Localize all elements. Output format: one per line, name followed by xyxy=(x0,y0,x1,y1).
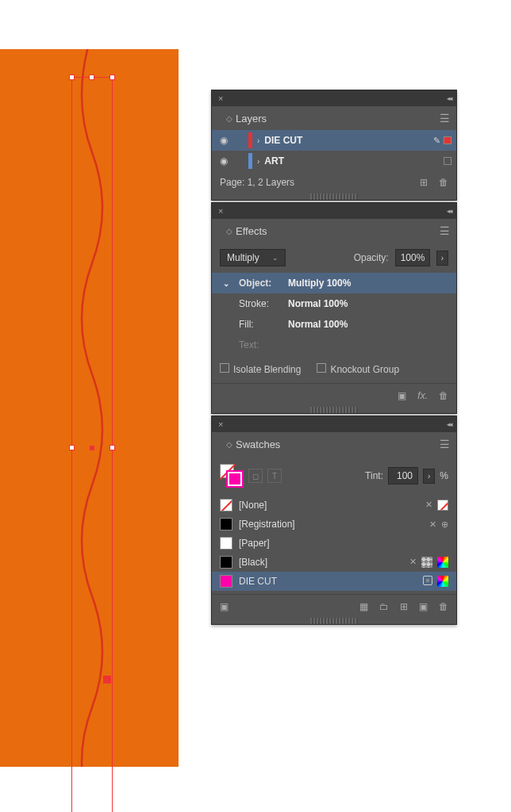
swatch-name: [Registration] xyxy=(239,519,295,530)
blend-mode-select[interactable]: Multiply ⌄ xyxy=(220,249,286,266)
stroke-swatch[interactable] xyxy=(228,472,242,486)
swatch-chip xyxy=(220,518,232,530)
opacity-spinner[interactable]: › xyxy=(436,251,448,266)
effect-label: Stroke: xyxy=(239,298,282,309)
layers-panel: × ◂◂ ◇ Layers ☰ ◉ › DIE CUT ✎ ◉ xyxy=(211,90,457,201)
swatch-row-none[interactable]: [None] ✕ xyxy=(212,496,456,515)
effect-label: Object: xyxy=(239,278,282,289)
visibility-icon[interactable]: ◉ xyxy=(217,155,231,167)
collapse-icon[interactable]: ◂◂ xyxy=(447,420,451,428)
swatch-name: [Black] xyxy=(239,557,267,568)
canvas-artboard[interactable] xyxy=(0,49,179,767)
knockout-group-checkbox[interactable]: Knockout Group xyxy=(317,363,399,375)
close-icon[interactable]: × xyxy=(215,94,226,103)
cmyk-icon xyxy=(437,576,448,587)
collapse-icon[interactable]: ◂◂ xyxy=(447,94,451,102)
panel-titlebar[interactable]: × ◂◂ xyxy=(212,90,456,106)
layer-row-art[interactable]: ◉ › ART xyxy=(212,151,456,171)
resize-grip[interactable] xyxy=(310,407,358,413)
close-icon[interactable]: × xyxy=(215,206,226,216)
panel-menu-icon[interactable]: ☰ xyxy=(440,112,450,124)
layer-name: ART xyxy=(264,155,440,167)
swatch-chip xyxy=(220,537,232,550)
close-icon[interactable]: × xyxy=(215,419,226,429)
layer-color-bar xyxy=(248,153,252,169)
trash-icon[interactable]: 🗑 xyxy=(439,177,448,188)
anchor-point[interactable] xyxy=(103,676,111,684)
panel-menu-icon[interactable]: ☰ xyxy=(440,438,450,450)
swatch-chip xyxy=(220,575,232,588)
tint-suffix: % xyxy=(440,470,448,481)
updown-icon: ◇ xyxy=(226,440,232,449)
panel-titlebar[interactable]: × ◂◂ xyxy=(212,203,456,219)
layers-list: ◉ › DIE CUT ✎ ◉ › ART xyxy=(212,130,456,171)
selection-indicator[interactable] xyxy=(444,136,451,144)
formatting-text-icon[interactable]: T xyxy=(267,469,282,483)
chevron-down-icon: ⌄ xyxy=(223,279,232,288)
clear-effects-icon[interactable]: ▣ xyxy=(398,390,406,401)
collapse-icon[interactable]: ◂◂ xyxy=(447,207,451,215)
new-swatch-icon[interactable]: ⊞ xyxy=(400,601,408,612)
disclosure-icon[interactable]: › xyxy=(256,136,261,145)
effect-target-stroke[interactable]: Stroke: Normal 100% xyxy=(212,293,456,314)
tab-swatches[interactable]: ◇ Swatches xyxy=(218,434,288,455)
swatch-libraries-icon[interactable]: ▣ xyxy=(220,601,229,612)
effect-target-fill[interactable]: Fill: Normal 100% xyxy=(212,314,456,335)
effect-target-object[interactable]: ⌄ Object: Multiply 100% xyxy=(212,273,456,293)
selection-indicator[interactable] xyxy=(444,157,451,165)
trash-icon[interactable]: 🗑 xyxy=(439,390,448,401)
tab-label: Effects xyxy=(236,225,267,237)
swatch-chip xyxy=(220,556,232,569)
tab-label: Swatches xyxy=(236,439,280,450)
tab-label: Layers xyxy=(236,113,267,124)
tab-layers[interactable]: ◇ Layers xyxy=(218,108,275,129)
locked-icon: ✕ xyxy=(429,519,436,530)
swatch-list: [None] ✕ [Registration] ✕ ⊕ [Paper] xyxy=(212,496,456,594)
swatch-name: DIE CUT xyxy=(239,576,277,587)
locked-icon: ✕ xyxy=(425,500,432,511)
layers-footer: Page: 1, 2 Layers ⊞ 🗑 xyxy=(212,171,456,193)
updown-icon: ◇ xyxy=(226,114,232,123)
swatch-row-black[interactable]: [Black] ✕ xyxy=(212,553,456,572)
resize-grip[interactable] xyxy=(310,193,358,200)
swatch-name: [None] xyxy=(239,500,267,511)
tint-label: Tint: xyxy=(365,470,383,481)
locked-icon: ✕ xyxy=(409,557,417,568)
tab-effects[interactable]: ◇ Effects xyxy=(218,220,275,242)
tint-spinner[interactable]: › xyxy=(423,469,435,484)
fill-stroke-proxy[interactable] xyxy=(220,464,244,488)
cmyk-icon xyxy=(437,557,448,568)
swatch-row-paper[interactable]: [Paper] xyxy=(212,534,456,553)
new-group-icon[interactable]: 🗀 xyxy=(379,601,389,612)
panel-menu-icon[interactable]: ☰ xyxy=(440,224,450,237)
swatches-panel: × ◂◂ ◇ Swatches ☰ ◻ T Tint: 100 › % xyxy=(211,416,457,625)
visibility-icon[interactable]: ◉ xyxy=(217,135,231,146)
trash-icon[interactable]: 🗑 xyxy=(439,601,448,612)
isolate-blending-checkbox[interactable]: Isolate Blending xyxy=(220,363,301,375)
wavy-path-object[interactable] xyxy=(82,49,102,767)
effect-value: Normal 100% xyxy=(288,319,348,330)
pen-icon: ✎ xyxy=(433,136,440,146)
swatch-name: [Paper] xyxy=(239,538,270,549)
tint-input[interactable]: 100 xyxy=(388,467,418,485)
none-indicator-icon xyxy=(437,500,448,511)
show-views-icon[interactable]: ▦ xyxy=(359,601,368,612)
swatch-row-registration[interactable]: [Registration] ✕ ⊕ xyxy=(212,515,456,534)
effect-label: Fill: xyxy=(239,319,282,330)
opacity-label: Opacity: xyxy=(354,252,389,263)
formatting-container-icon[interactable]: ◻ xyxy=(248,469,263,483)
disclosure-icon[interactable]: › xyxy=(256,157,261,166)
opacity-input[interactable]: 100% xyxy=(395,249,430,266)
fx-icon[interactable]: fx. xyxy=(417,390,428,401)
swatch-chip xyxy=(220,499,232,511)
chevron-down-icon: ⌄ xyxy=(272,254,279,262)
filter-icon[interactable]: ▣ xyxy=(419,601,428,612)
effect-value: Multiply 100% xyxy=(288,278,351,289)
panel-titlebar[interactable]: × ◂◂ xyxy=(212,416,456,432)
layer-row-diecut[interactable]: ◉ › DIE CUT ✎ xyxy=(212,130,456,151)
swatch-row-diecut[interactable]: DIE CUT xyxy=(212,572,456,591)
resize-grip[interactable] xyxy=(310,618,358,624)
layer-color-bar xyxy=(248,132,252,148)
layer-name: DIE CUT xyxy=(264,135,430,146)
new-layer-icon[interactable]: ⊞ xyxy=(420,177,428,188)
